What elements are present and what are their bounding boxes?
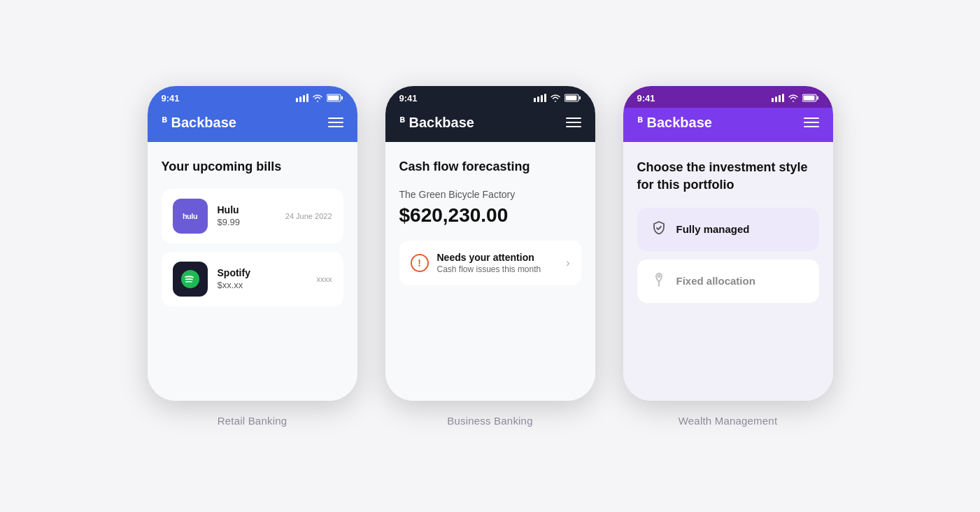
status-icons-business	[534, 94, 581, 102]
svg-rect-10	[541, 95, 543, 102]
brand-name-b: Backbase	[409, 115, 474, 131]
svg-rect-21	[803, 96, 814, 101]
battery-icon-w	[802, 94, 819, 102]
retail-banking-column: 9:41	[148, 86, 357, 427]
status-time-business: 9:41	[399, 93, 418, 104]
spotify-date: xxxx	[317, 275, 332, 283]
signal-icon-w	[772, 94, 784, 102]
svg-point-22	[658, 275, 660, 277]
option-fixed-allocation[interactable]: Fixed allocation	[637, 259, 819, 303]
wifi-icon-b	[550, 94, 561, 102]
retail-label: Retail Banking	[218, 415, 287, 427]
status-bar-retail: 9:41	[148, 86, 357, 108]
spotify-name: Spotify	[218, 267, 307, 278]
invest-title: Choose the investment style for this por…	[637, 159, 819, 194]
option-fully-managed[interactable]: Fully managed	[637, 208, 819, 251]
brand-logo-retail: ᴮ Backbase	[162, 115, 236, 131]
attention-subtitle: Cash flow issues this month	[437, 264, 558, 274]
wifi-icon-w	[788, 94, 799, 102]
attention-icon: !	[411, 254, 429, 272]
cashflow-title: Cash flow forecasting	[399, 159, 581, 175]
svg-rect-18	[782, 94, 784, 102]
svg-rect-20	[817, 97, 818, 100]
pin-icon	[651, 272, 667, 290]
attention-title: Needs your attention	[437, 252, 558, 263]
nav-bar-retail: ᴮ Backbase	[148, 108, 357, 142]
svg-rect-6	[327, 96, 339, 101]
brand-icon-w: ᴮ	[637, 115, 643, 130]
hulu-info: Hulu $9.99	[218, 204, 276, 227]
phone-bottom-wealth	[623, 394, 833, 401]
spotify-info: Spotify $xx.xx	[218, 267, 307, 290]
status-bar-business: 9:41	[385, 86, 595, 108]
status-time: 9:41	[162, 93, 180, 104]
status-time-wealth: 9:41	[637, 93, 655, 104]
brand-name-w: Backbase	[647, 115, 712, 131]
wifi-icon	[312, 94, 323, 102]
spotify-circle-icon	[180, 269, 200, 289]
bill-item-spotify[interactable]: Spotify $xx.xx xxxx	[162, 252, 343, 306]
status-icons-wealth	[772, 94, 819, 102]
svg-rect-1	[299, 97, 301, 102]
nav-bar-business: ᴮ Backbase	[385, 108, 595, 142]
brand-icon: ᴮ	[162, 115, 167, 130]
battery-icon-b	[564, 94, 581, 102]
hulu-amount: $9.99	[218, 217, 276, 227]
svg-rect-17	[779, 95, 781, 102]
status-icons	[296, 94, 343, 102]
signal-icon-b	[534, 94, 546, 102]
phone-bottom-business	[385, 394, 595, 401]
page-wrapper: 9:41	[14, 86, 966, 427]
signal-icon	[296, 94, 308, 102]
svg-rect-15	[772, 98, 774, 102]
svg-rect-11	[544, 94, 546, 102]
svg-rect-8	[534, 98, 536, 102]
business-label: Business Banking	[447, 415, 532, 427]
hulu-date: 24 June 2022	[285, 212, 332, 220]
phone-wealth: 9:41	[623, 86, 833, 401]
phone-retail: 9:41	[148, 86, 357, 401]
retail-content: Your upcoming bills hulu Hulu $9.99 24 J…	[148, 142, 357, 394]
fully-managed-label: Fully managed	[676, 223, 750, 235]
cashflow-section: The Green Bicycle Factory $620,230.00	[399, 189, 581, 227]
svg-rect-3	[306, 94, 308, 102]
wealth-content: Choose the investment style for this por…	[623, 142, 833, 394]
hamburger-menu-wealth[interactable]	[804, 118, 819, 127]
bills-title: Your upcoming bills	[162, 159, 343, 175]
business-content: Cash flow forecasting The Green Bicycle …	[385, 142, 595, 394]
svg-rect-13	[579, 97, 581, 100]
fixed-allocation-label: Fixed allocation	[676, 275, 755, 287]
hamburger-menu-business[interactable]	[566, 118, 581, 127]
svg-rect-9	[537, 97, 539, 102]
hamburger-menu-retail[interactable]	[328, 118, 343, 127]
battery-icon	[327, 94, 343, 102]
brand-logo-wealth: ᴮ Backbase	[637, 115, 712, 131]
brand-name: Backbase	[171, 115, 236, 131]
shield-icon	[651, 220, 667, 239]
wealth-management-column: 9:41	[623, 86, 833, 427]
status-bar-wealth: 9:41	[623, 86, 833, 108]
spotify-amount: $xx.xx	[218, 280, 307, 290]
attention-card[interactable]: ! Needs your attention Cash flow issues …	[399, 241, 581, 285]
phone-bottom-retail	[148, 394, 357, 401]
nav-bar-wealth: ᴮ Backbase	[623, 108, 833, 142]
phone-business: 9:41	[385, 86, 595, 401]
brand-icon-b: ᴮ	[399, 115, 405, 130]
attention-text: Needs your attention Cash flow issues th…	[437, 252, 558, 274]
svg-rect-2	[303, 95, 305, 102]
chevron-right-icon: ›	[566, 257, 569, 269]
svg-rect-14	[565, 96, 576, 101]
svg-rect-16	[775, 97, 777, 102]
cashflow-amount: $620,230.00	[399, 204, 581, 227]
wealth-label: Wealth Management	[679, 415, 778, 427]
svg-rect-0	[296, 98, 298, 102]
spotify-logo	[173, 262, 208, 297]
hulu-logo: hulu	[173, 199, 208, 234]
company-name: The Green Bicycle Factory	[399, 189, 581, 200]
hulu-name: Hulu	[218, 204, 276, 215]
brand-logo-business: ᴮ Backbase	[399, 115, 474, 131]
svg-rect-5	[341, 97, 343, 100]
bill-item-hulu[interactable]: hulu Hulu $9.99 24 June 2022	[162, 189, 343, 243]
business-banking-column: 9:41	[385, 86, 595, 427]
